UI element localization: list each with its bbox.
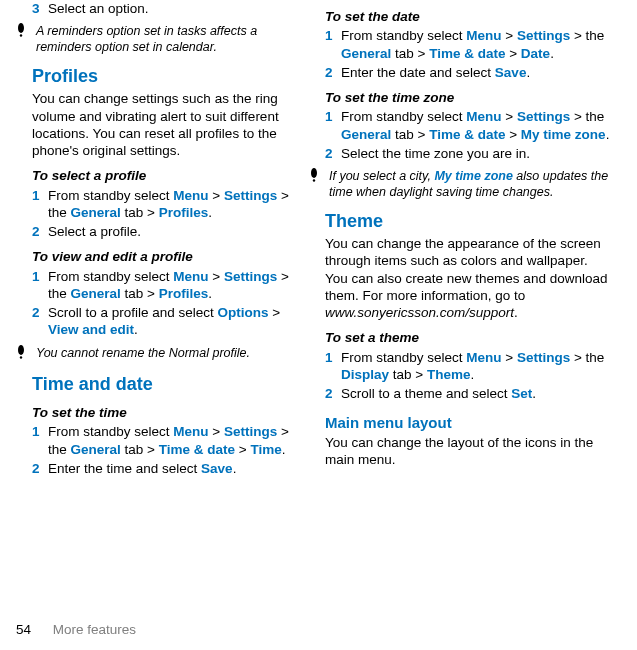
step-sth-1: 1 From standby select Menu > Settings > …: [325, 349, 610, 384]
heading-set-time: To set the time: [16, 404, 301, 421]
text: tab >: [121, 442, 159, 457]
note-timezone: If you select a city, My time zone also …: [309, 168, 610, 200]
step-number: 1: [325, 349, 341, 384]
theme-paragraph: You can change the appearance of the scr…: [325, 235, 610, 321]
text: From standby select: [48, 424, 173, 439]
text: >: [209, 188, 224, 203]
text: >: [502, 350, 517, 365]
step-text: From standby select Menu > Settings > th…: [48, 187, 301, 222]
text: tab >: [389, 367, 427, 382]
left-column: 3 Select an option. A reminders option s…: [16, 0, 301, 479]
step-ve-2: 2 Scroll to a profile and select Options…: [16, 304, 301, 339]
step-text: Scroll to a profile and select Options >…: [48, 304, 301, 339]
text: tab >: [121, 205, 159, 220]
save-link: Save: [201, 461, 233, 476]
text: .: [282, 442, 286, 457]
svg-point-1: [20, 35, 22, 37]
note-text: A reminders option set in tasks affects …: [36, 23, 301, 55]
profiles-paragraph: You can change settings such as the ring…: [16, 90, 301, 159]
text: >: [502, 109, 517, 124]
page-footer: 54 More features: [16, 621, 136, 638]
text: From standby select: [48, 269, 173, 284]
menu-link: Menu: [466, 350, 501, 365]
step-number: 2: [325, 385, 341, 402]
svg-point-4: [311, 168, 317, 178]
general-link: General: [341, 127, 391, 142]
general-link: General: [71, 286, 121, 301]
step-number: 2: [325, 145, 341, 162]
heading-set-theme: To set a theme: [325, 329, 610, 346]
text: From standby select: [341, 109, 466, 124]
menu-link: Menu: [466, 28, 501, 43]
step-sp-1: 1 From standby select Menu > Settings > …: [16, 187, 301, 222]
mytimezone-link: My time zone: [434, 169, 513, 183]
page-number: 54: [16, 622, 31, 637]
note-normal-profile: You cannot rename the Normal profile.: [16, 345, 301, 363]
step-number: 1: [325, 108, 341, 143]
info-icon: [309, 168, 329, 200]
text: .: [134, 322, 138, 337]
text: Scroll to a profile and select: [48, 305, 218, 320]
timedate-link: Time & date: [429, 127, 505, 142]
display-link: Display: [341, 367, 389, 382]
step-number: 2: [32, 304, 48, 339]
save-link: Save: [495, 65, 527, 80]
text: > the: [570, 28, 604, 43]
profiles-link: Profiles: [159, 286, 209, 301]
heading-profiles: Profiles: [16, 65, 301, 88]
menu-link: Menu: [173, 188, 208, 203]
heading-time-date: Time and date: [16, 373, 301, 396]
text: If you select a city,: [329, 169, 434, 183]
step-text: Scroll to a theme and select Set.: [341, 385, 610, 402]
step-number: 1: [32, 187, 48, 222]
text: Enter the time and select: [48, 461, 201, 476]
step-st-2: 2 Enter the time and select Save.: [16, 460, 301, 477]
right-column: To set the date 1 From standby select Me…: [325, 0, 610, 479]
step-number: 3: [32, 0, 48, 17]
heading-view-edit-profile: To view and edit a profile: [16, 248, 301, 265]
options-link: Options: [218, 305, 269, 320]
text: >: [505, 127, 520, 142]
timedate-link: Time & date: [159, 442, 235, 457]
text: >: [269, 305, 281, 320]
step-text: Select a profile.: [48, 223, 301, 240]
step-text: From standby select Menu > Settings > th…: [341, 108, 610, 143]
settings-link: Settings: [224, 424, 277, 439]
text: From standby select: [341, 28, 466, 43]
step-number: 1: [32, 423, 48, 458]
text: > the: [570, 109, 604, 124]
text: .: [526, 65, 530, 80]
text: >: [505, 46, 520, 61]
step-text: Select an option.: [48, 0, 301, 17]
heading-theme: Theme: [325, 210, 610, 233]
step-sp-2: 2 Select a profile.: [16, 223, 301, 240]
text: .: [208, 286, 212, 301]
text: tab >: [121, 286, 159, 301]
svg-point-0: [18, 23, 24, 33]
step-text: Enter the date and select Save.: [341, 64, 610, 81]
text: From standby select: [48, 188, 173, 203]
step-number: 2: [32, 223, 48, 240]
time-link: Time: [250, 442, 281, 457]
step-number: 2: [32, 460, 48, 477]
note-text: If you select a city, My time zone also …: [329, 168, 610, 200]
settings-link: Settings: [517, 109, 570, 124]
heading-set-timezone: To set the time zone: [325, 89, 610, 106]
text: .: [550, 46, 554, 61]
step-3: 3 Select an option.: [16, 0, 301, 17]
step-sd-1: 1 From standby select Menu > Settings > …: [325, 27, 610, 62]
note-reminders: A reminders option set in tasks affects …: [16, 23, 301, 55]
set-link: Set: [511, 386, 532, 401]
text: tab >: [391, 46, 429, 61]
step-text: From standby select Menu > Settings > th…: [341, 27, 610, 62]
section-name: More features: [53, 622, 136, 637]
step-tz-2: 2 Select the time zone you are in.: [325, 145, 610, 162]
info-icon: [16, 23, 36, 55]
text: >: [235, 442, 250, 457]
info-icon: [16, 345, 36, 363]
menu-link: Menu: [173, 269, 208, 284]
text: .: [470, 367, 474, 382]
step-ve-1: 1 From standby select Menu > Settings > …: [16, 268, 301, 303]
heading-select-profile: To select a profile: [16, 167, 301, 184]
text: .: [532, 386, 536, 401]
